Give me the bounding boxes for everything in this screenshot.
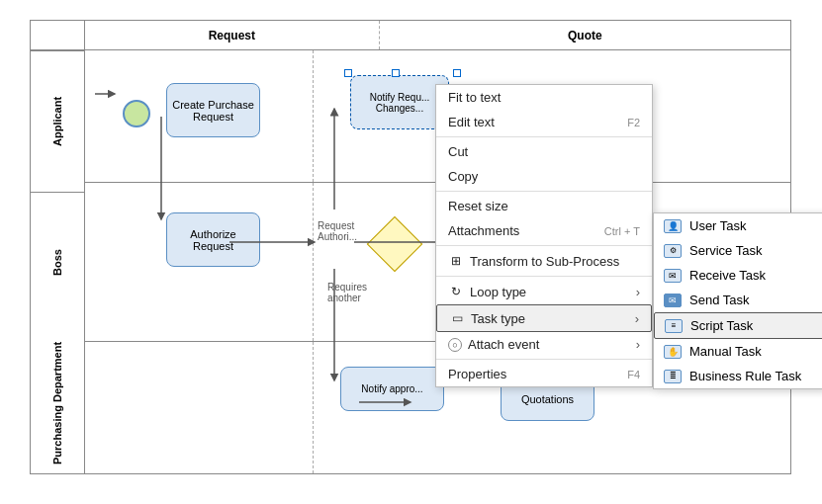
gateway-diamond[interactable]: [367, 216, 423, 273]
start-event[interactable]: [123, 100, 150, 127]
submenu-receive-task[interactable]: ✉ Receive Task: [654, 263, 822, 288]
loop-icon: ↻: [448, 284, 464, 299]
submenu-manual-task[interactable]: ✋ Manual Task: [654, 339, 822, 364]
resize-handle-tr[interactable]: [453, 69, 461, 77]
menu-task-type[interactable]: ▭ Task type ›: [436, 304, 652, 332]
corner-cell: [31, 21, 85, 49]
row-label-applicant: Applicant: [31, 50, 84, 192]
create-purchase-task[interactable]: Create Purchase Request: [166, 83, 260, 137]
service-task-icon: ⚙: [664, 244, 682, 258]
manual-task-icon: ✋: [664, 345, 682, 359]
menu-fit-to-text[interactable]: Fit to text: [436, 85, 652, 110]
menu-attach-event[interactable]: ○ Attach event ›: [436, 332, 652, 357]
requires-another-label: Requiresanother: [327, 282, 367, 303]
context-menu: Fit to text Edit text F2 Cut Copy Reset …: [435, 84, 653, 387]
business-rule-task-icon: ≣: [664, 370, 682, 383]
swimlane-header: Request Quote: [31, 21, 790, 50]
task-type-submenu: 👤 User Task ⚙ Service Task ✉ Receive Tas…: [653, 212, 822, 389]
receive-task-icon: ✉: [664, 269, 682, 283]
col-divider-2: [313, 183, 314, 341]
resize-handle-tm[interactable]: [392, 69, 400, 77]
menu-properties[interactable]: Properties F4: [436, 362, 652, 386]
submenu-business-rule-task[interactable]: ≣ Business Rule Task: [654, 364, 822, 388]
loop-type-arrow: ›: [636, 285, 640, 299]
notify-requester-task[interactable]: Notify Requ... Changes...: [350, 75, 449, 129]
authorize-request-task[interactable]: AuthorizeRequest: [166, 212, 260, 267]
resize-handle-tl[interactable]: [344, 69, 352, 77]
menu-divider-1: [436, 136, 652, 137]
request-col-header: Request: [85, 21, 380, 49]
submenu-service-task[interactable]: ⚙ Service Task: [654, 238, 822, 263]
transform-icon: ⊞: [448, 253, 464, 269]
menu-divider-4: [436, 276, 652, 277]
notify-approver-task[interactable]: Notify appro...: [340, 367, 444, 411]
col-divider: [313, 50, 314, 182]
send-task-icon: ✉: [664, 294, 682, 307]
user-task-icon: 👤: [664, 219, 682, 233]
request-authorized-label: RequestAuthori...: [318, 220, 357, 242]
col-divider-3: [313, 342, 314, 473]
submenu-send-task[interactable]: ✉ Send Task: [654, 288, 822, 312]
menu-copy[interactable]: Copy: [436, 164, 652, 189]
menu-transform[interactable]: ⊞ Transform to Sub-Process: [436, 248, 652, 274]
row-label-boss: Boss: [31, 192, 84, 333]
task-type-arrow: ›: [635, 311, 639, 326]
quote-col-header: Quote: [380, 21, 790, 49]
submenu-user-task[interactable]: 👤 User Task: [654, 213, 822, 238]
menu-divider-5: [436, 359, 652, 360]
menu-divider-2: [436, 191, 652, 192]
menu-attachments[interactable]: Attachments Ctrl + T: [436, 218, 652, 243]
attach-event-arrow: ›: [636, 337, 640, 352]
attach-icon: ○: [448, 338, 462, 352]
row-labels: Applicant Boss Purchasing Department: [31, 50, 85, 473]
menu-cut[interactable]: Cut: [436, 139, 652, 164]
menu-divider-3: [436, 245, 652, 246]
diagram-container: Request Quote Applicant Boss Purchasing …: [0, 0, 822, 504]
task-type-icon: ▭: [449, 310, 465, 326]
submenu-script-task[interactable]: ≡ Script Task: [654, 312, 822, 339]
row-label-purchasing: Purchasing Department: [31, 333, 84, 473]
menu-reset-size[interactable]: Reset size: [436, 194, 652, 218]
script-task-icon: ≡: [665, 319, 683, 333]
menu-loop-type[interactable]: ↻ Loop type ›: [436, 279, 652, 304]
menu-edit-text[interactable]: Edit text F2: [436, 110, 652, 134]
